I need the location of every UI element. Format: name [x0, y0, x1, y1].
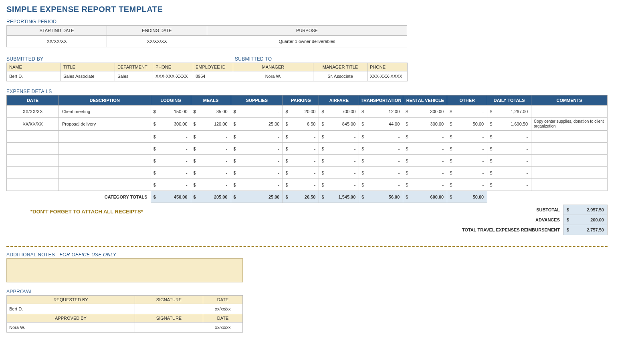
cell-amount[interactable]: $-	[151, 179, 191, 191]
cell-description[interactable]	[59, 131, 151, 143]
cell-amount[interactable]: $-	[283, 143, 319, 155]
cell-amount[interactable]: $25.00	[231, 118, 283, 131]
val-date-1[interactable]: xx/xx/xx	[203, 304, 243, 314]
cell-description[interactable]: Client meeting	[59, 105, 151, 118]
val-name[interactable]: Bert D.	[7, 71, 61, 81]
cell-amount[interactable]: $700.00	[319, 105, 359, 118]
cell-amount[interactable]: $-	[447, 131, 487, 143]
cell-amount[interactable]: $-	[359, 179, 403, 191]
cell-amount[interactable]: $-	[231, 167, 283, 179]
cell-amount[interactable]: $-	[191, 131, 231, 143]
cell-amount[interactable]: $-	[447, 167, 487, 179]
val-purpose[interactable]: Quarter 1 owner deliverables	[207, 36, 407, 47]
cell-comment[interactable]	[531, 179, 608, 191]
cell-date[interactable]: XX/XX/XX	[7, 118, 59, 131]
notes-box[interactable]	[6, 258, 243, 282]
cell-amount[interactable]: $300.00	[151, 118, 191, 131]
cell-amount[interactable]: $85.00	[191, 105, 231, 118]
cell-date[interactable]	[7, 155, 59, 167]
val-department[interactable]: Sales	[115, 71, 153, 81]
col-manager-phone: PHONE	[367, 63, 408, 71]
cell-amount[interactable]: $-	[319, 167, 359, 179]
cell-amount[interactable]: $-	[283, 155, 319, 167]
cell-amount[interactable]: $-	[359, 155, 403, 167]
cell-date[interactable]	[7, 167, 59, 179]
cell-amount[interactable]: $-	[231, 179, 283, 191]
cell-amount[interactable]: $-	[231, 105, 283, 118]
cell-category-total: $50.00	[447, 191, 487, 203]
cell-amount[interactable]: $-	[191, 155, 231, 167]
cell-amount[interactable]: $50.00	[447, 118, 487, 131]
val-employee-id[interactable]: 8954	[193, 71, 233, 81]
expense-row: XX/XX/XXClient meeting$150.00$85.00$-$20…	[7, 105, 608, 118]
val-manager-phone[interactable]: XXX-XXX-XXXX	[367, 71, 408, 81]
cell-amount[interactable]: $-	[319, 155, 359, 167]
cell-description[interactable]: Proposal delivery	[59, 118, 151, 131]
cell-comment[interactable]: Copy center supplies, donation to client…	[531, 118, 608, 131]
cell-description[interactable]	[59, 167, 151, 179]
val-manager[interactable]: Nora W.	[233, 71, 313, 81]
cell-amount[interactable]: $-	[447, 143, 487, 155]
val-starting-date[interactable]: XX/XX/XX	[7, 36, 107, 47]
val-signature-1[interactable]	[135, 304, 203, 314]
val-signature-2[interactable]	[135, 323, 203, 333]
cell-amount[interactable]: $-	[319, 131, 359, 143]
cell-description[interactable]	[59, 143, 151, 155]
cell-amount[interactable]: $-	[403, 179, 447, 191]
cell-description[interactable]	[59, 179, 151, 191]
cell-amount[interactable]: $-	[231, 155, 283, 167]
val-title[interactable]: Sales Associate	[61, 71, 115, 81]
cell-amount[interactable]: $-	[403, 155, 447, 167]
cell-amount[interactable]: $-	[151, 143, 191, 155]
cell-amount[interactable]: $-	[359, 143, 403, 155]
cell-amount[interactable]: $12.00	[359, 105, 403, 118]
cell-comment[interactable]	[531, 131, 608, 143]
cell-comment[interactable]	[531, 105, 608, 118]
cell-amount[interactable]: $-	[283, 131, 319, 143]
cell-amount[interactable]: $20.00	[283, 105, 319, 118]
cell-amount[interactable]: $-	[447, 105, 487, 118]
val-approved-by[interactable]: Nora W.	[7, 323, 135, 333]
cell-amount[interactable]: $-	[283, 179, 319, 191]
cell-amount[interactable]: $-	[403, 143, 447, 155]
cell-amount[interactable]: $120.00	[191, 118, 231, 131]
cell-date[interactable]	[7, 179, 59, 191]
cell-amount[interactable]: $-	[191, 167, 231, 179]
cell-amount[interactable]: $300.00	[403, 118, 447, 131]
cell-amount[interactable]: $-	[359, 131, 403, 143]
cell-amount[interactable]: $-	[151, 131, 191, 143]
cell-amount[interactable]: $-	[151, 167, 191, 179]
cell-amount[interactable]: $-	[283, 167, 319, 179]
val-manager-title[interactable]: Sr. Associate	[313, 71, 367, 81]
cell-amount[interactable]: $-	[447, 155, 487, 167]
cell-amount[interactable]: $-	[359, 167, 403, 179]
col-transportation: TRANSPORTATION	[359, 95, 403, 105]
cell-amount[interactable]: $-	[403, 167, 447, 179]
cell-amount[interactable]: $-	[151, 155, 191, 167]
cell-comment[interactable]	[531, 143, 608, 155]
cell-description[interactable]	[59, 155, 151, 167]
cell-amount[interactable]: $-	[319, 143, 359, 155]
cell-date[interactable]: XX/XX/XX	[7, 105, 59, 118]
cell-amount[interactable]: $44.00	[359, 118, 403, 131]
cell-date[interactable]	[7, 143, 59, 155]
cell-amount[interactable]: $845.00	[319, 118, 359, 131]
val-phone[interactable]: XXX-XXX-XXXX	[153, 71, 193, 81]
cell-date[interactable]	[7, 131, 59, 143]
cell-amount[interactable]: $150.00	[151, 105, 191, 118]
cell-amount[interactable]: $-	[319, 179, 359, 191]
cell-amount[interactable]: $-	[191, 143, 231, 155]
cell-amount[interactable]: $6.50	[283, 118, 319, 131]
cell-comment[interactable]	[531, 155, 608, 167]
cell-amount[interactable]: $300.00	[403, 105, 447, 118]
cell-amount[interactable]: $-	[403, 131, 447, 143]
val-ending-date[interactable]: XX/XX/XX	[107, 36, 207, 47]
cell-amount[interactable]: $-	[447, 179, 487, 191]
advances-value[interactable]: $200.00	[563, 215, 608, 225]
cell-comment[interactable]	[531, 167, 608, 179]
cell-amount[interactable]: $-	[191, 179, 231, 191]
cell-amount[interactable]: $-	[231, 131, 283, 143]
val-requested-by[interactable]: Bert D.	[7, 304, 135, 314]
val-date-2[interactable]: xx/xx/xx	[203, 323, 243, 333]
cell-amount[interactable]: $-	[231, 143, 283, 155]
